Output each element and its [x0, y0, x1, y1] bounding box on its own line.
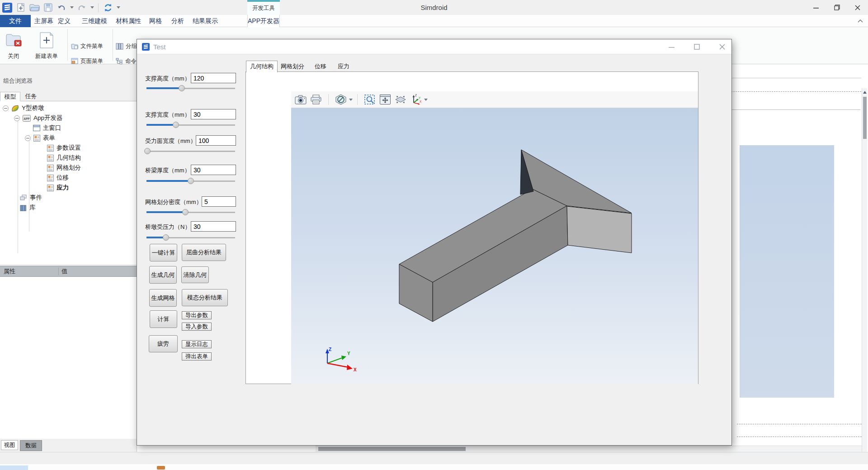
slider-track[interactable]	[146, 151, 235, 152]
tree-item-library[interactable]: 库	[0, 203, 137, 213]
sync-icon[interactable]	[103, 2, 113, 14]
pier-pressure-slider[interactable]	[146, 234, 235, 241]
tree-item-app-developer[interactable]: APP App开发器	[0, 113, 137, 123]
value-column-header[interactable]: 值	[59, 267, 67, 275]
save-icon[interactable]	[42, 2, 53, 14]
buckling-results-button[interactable]: 屈曲分析结果	[182, 244, 226, 261]
viewport-placeholder[interactable]	[740, 145, 834, 398]
mesh-density-input[interactable]	[202, 196, 236, 207]
new-file-icon[interactable]	[15, 2, 26, 14]
tree-item-param-settings[interactable]: 参数设置	[0, 143, 137, 153]
file-menu-button[interactable]: 文件菜单	[71, 42, 103, 50]
sync-dropdown-icon[interactable]	[117, 6, 120, 9]
contextual-tab-group[interactable]: 开发工具	[247, 0, 280, 15]
pier-pressure-input[interactable]	[191, 221, 236, 232]
dialog-tab-stress[interactable]: 应力	[334, 61, 354, 72]
printer-icon[interactable]	[310, 93, 322, 106]
tree-item-model-root[interactable]: Y型桥墩	[0, 103, 137, 113]
collapse-icon[interactable]	[3, 105, 9, 111]
dialog-titlebar[interactable]: Test	[137, 39, 731, 54]
dialog-tab-geometry[interactable]: 几何结构	[246, 61, 278, 72]
clip-plane-icon[interactable]	[335, 93, 347, 106]
mesh-density-slider[interactable]	[146, 209, 235, 215]
horizontal-scrollbar[interactable]	[316, 446, 862, 452]
slider-thumb[interactable]	[173, 122, 179, 128]
dock-tab-view[interactable]: 视图	[1, 440, 18, 450]
rotate-view-icon[interactable]	[394, 93, 407, 106]
generate-mesh-button[interactable]: 生成网格	[149, 289, 177, 307]
support-height-slider[interactable]	[146, 85, 235, 91]
dock-tab-data[interactable]: 数据	[20, 440, 42, 451]
load-face-width-input[interactable]	[196, 135, 236, 146]
tree-item-forms[interactable]: 表单	[0, 133, 137, 143]
panel-tab-model[interactable]: 模型	[0, 92, 20, 101]
dialog-minimize-button[interactable]	[665, 39, 678, 54]
fatigue-button[interactable]: 疲劳	[149, 335, 178, 352]
tree-item-events[interactable]: 事件	[0, 193, 137, 203]
group-button[interactable]: 分组	[116, 42, 137, 50]
modal-results-button[interactable]: 模态分析结果	[182, 289, 228, 306]
restore-button[interactable]	[826, 0, 847, 15]
camera-icon[interactable]	[294, 93, 307, 106]
slider-thumb[interactable]	[179, 85, 185, 91]
clear-geometry-button[interactable]: 清除几何	[181, 266, 209, 283]
close-button[interactable]	[847, 0, 868, 15]
zoom-window-icon[interactable]	[363, 93, 376, 106]
dialog-tab-displacement[interactable]: 位移	[307, 61, 334, 72]
vertical-scrollbar-thumb[interactable]	[863, 97, 867, 139]
tree-item-stress[interactable]: 应力	[0, 183, 137, 193]
dialog-maximize-button[interactable]	[690, 39, 703, 54]
beam-thickness-input[interactable]	[191, 165, 236, 175]
tab-material[interactable]: 材料属性	[115, 15, 142, 27]
slider-thumb[interactable]	[182, 209, 189, 215]
taskbar-app-icon[interactable]	[157, 466, 165, 470]
slider-thumb[interactable]	[188, 178, 194, 184]
tab-3d-modeling[interactable]: 三维建模	[81, 15, 108, 27]
generate-geometry-button[interactable]: 生成几何	[149, 266, 177, 284]
slider-thumb[interactable]	[163, 234, 169, 241]
support-height-input[interactable]	[191, 73, 236, 83]
vertical-scrollbar[interactable]	[862, 88, 867, 452]
support-width-input[interactable]	[191, 109, 236, 119]
tree-item-main-window[interactable]: 主窗口	[0, 123, 137, 133]
dialog-close-button[interactable]	[715, 39, 729, 54]
beam-thickness-slider[interactable]	[146, 178, 235, 184]
undo-icon[interactable]	[56, 2, 67, 14]
support-width-slider[interactable]	[146, 122, 235, 128]
popup-form-button[interactable]: 弹出表单	[182, 352, 212, 361]
tree-item-displacement[interactable]: 位移	[0, 173, 137, 183]
open-file-icon[interactable]	[29, 2, 40, 14]
tree-item-geometry[interactable]: 几何结构	[0, 153, 137, 163]
tab-home[interactable]: 主屏幕	[34, 15, 54, 27]
tree-item-meshing[interactable]: 网格划分	[0, 163, 137, 173]
axis-orientation-dropdown-icon[interactable]	[424, 99, 428, 101]
panel-tab-task[interactable]: 任务	[21, 92, 41, 101]
one-click-compute-button[interactable]: 一键计算	[150, 244, 177, 261]
undo-dropdown-icon[interactable]	[70, 6, 74, 9]
new-form-button[interactable]: 新建表单	[28, 28, 65, 63]
minimize-button[interactable]	[806, 0, 826, 15]
clip-plane-dropdown-icon[interactable]	[349, 99, 353, 101]
redo-icon[interactable]	[76, 2, 87, 14]
collapse-icon[interactable]	[14, 115, 20, 121]
tab-mesh[interactable]: 网格	[148, 15, 163, 27]
tab-define[interactable]: 定义	[57, 15, 71, 27]
ribbon-collapse-icon[interactable]	[856, 17, 864, 24]
import-params-button[interactable]: 导入参数	[182, 323, 212, 331]
tab-results[interactable]: 结果展示	[192, 15, 218, 27]
slider-thumb[interactable]	[144, 148, 151, 154]
close-app-button[interactable]: 关闭	[1, 28, 26, 63]
tab-app-developer[interactable]: APP开发器	[247, 15, 280, 27]
export-params-button[interactable]: 导出参数	[182, 311, 212, 319]
tab-analysis[interactable]: 分析	[170, 15, 185, 27]
compute-button[interactable]: 计算	[150, 310, 177, 328]
axis-orientation-icon[interactable]: ZYX	[410, 93, 422, 106]
horizontal-scrollbar-thumb[interactable]	[318, 447, 466, 451]
tab-file[interactable]: 文件	[0, 15, 31, 27]
dialog-tab-meshing[interactable]: 网格划分	[278, 61, 307, 72]
collapse-icon[interactable]	[25, 135, 31, 141]
property-column-header[interactable]: 属性	[0, 267, 59, 275]
redo-dropdown-icon[interactable]	[90, 6, 94, 9]
load-face-width-slider[interactable]	[146, 148, 235, 154]
fit-view-icon[interactable]	[379, 93, 392, 106]
